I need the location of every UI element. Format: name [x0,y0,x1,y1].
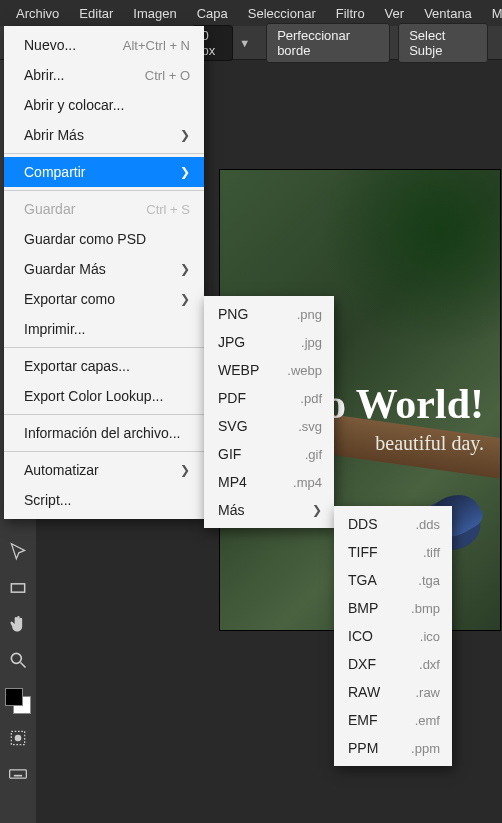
menu-item-shortcut: .tiff [423,545,440,560]
menu-item-label: Imprimir... [24,321,85,337]
file-menu-item[interactable]: Imprimir... [4,314,204,344]
file-menu-item[interactable]: Nuevo...Alt+Ctrl + N [4,30,204,60]
submenu-arrow-icon: ❯ [180,463,190,477]
menu-item-shortcut: .dds [415,517,440,532]
menu-item-label: GIF [218,446,241,462]
menu-item-label: ICO [348,628,373,644]
menu-item-shortcut: Ctrl + O [145,68,190,83]
export-menu-item[interactable]: PDF.pdf [204,384,334,412]
select-subject-button[interactable]: Select Subje [398,23,488,63]
svg-point-1 [11,653,21,663]
menu-archivo[interactable]: Archivo [6,2,69,25]
menu-item-label: Guardar [24,201,75,217]
submenu-arrow-icon: ❯ [180,128,190,142]
menu-item-label: Guardar como PSD [24,231,146,247]
menu-mas[interactable]: Más [482,2,502,25]
zoom-tool-icon[interactable] [6,648,30,672]
more-menu-item[interactable]: DXF.dxf [334,650,452,678]
menu-ventana[interactable]: Ventana [414,2,482,25]
dropdown-triangle-icon[interactable]: ▼ [239,37,250,49]
more-menu-item[interactable]: ICO.ico [334,622,452,650]
file-menu-item: GuardarCtrl + S [4,194,204,224]
menu-item-label: MP4 [218,474,247,490]
menu-item-label: PDF [218,390,246,406]
file-menu-item[interactable]: Compartir❯ [4,157,204,187]
file-menu-item[interactable]: Exportar como❯ [4,284,204,314]
file-menu-item[interactable]: Automatizar❯ [4,455,204,485]
menu-item-label: Compartir [24,164,85,180]
menu-item-shortcut: .dxf [419,657,440,672]
menu-item-label: PNG [218,306,248,322]
refine-edge-button[interactable]: Perfeccionar borde [266,23,390,63]
menu-item-label: Abrir y colocar... [24,97,124,113]
menu-item-label: SVG [218,418,248,434]
menu-item-shortcut: .gif [305,447,322,462]
file-menu-separator [4,153,204,154]
file-menu-separator [4,451,204,452]
menu-item-label: Script... [24,492,71,508]
menu-filtro[interactable]: Filtro [326,2,375,25]
menu-item-label: Guardar Más [24,261,106,277]
menu-item-label: Más [218,502,244,518]
export-menu-item[interactable]: GIF.gif [204,440,334,468]
menu-item-label: Información del archivo... [24,425,180,441]
file-menu-separator [4,190,204,191]
menu-item-label: Nuevo... [24,37,76,53]
svg-rect-5 [10,770,27,778]
more-menu-item[interactable]: DDS.dds [334,510,452,538]
menu-imagen[interactable]: Imagen [123,2,186,25]
menu-item-shortcut: .svg [298,419,322,434]
menu-item-label: Exportar como [24,291,115,307]
menu-item-shortcut: .jpg [301,335,322,350]
file-menu-item[interactable]: Guardar Más❯ [4,254,204,284]
file-menu-item[interactable]: Export Color Lookup... [4,381,204,411]
submenu-arrow-icon: ❯ [180,262,190,276]
export-menu-item[interactable]: Más❯ [204,496,334,524]
rectangle-tool-icon[interactable] [6,576,30,600]
submenu-arrow-icon: ❯ [312,503,322,517]
color-swatches[interactable] [5,688,31,714]
menu-ver[interactable]: Ver [375,2,415,25]
more-menu-item[interactable]: PPM.ppm [334,734,452,762]
file-menu-item[interactable]: Información del archivo... [4,418,204,448]
more-menu-item[interactable]: EMF.emf [334,706,452,734]
menu-capa[interactable]: Capa [187,2,238,25]
file-menu-item[interactable]: Abrir...Ctrl + O [4,60,204,90]
menu-item-shortcut: .pdf [300,391,322,406]
menu-item-label: Exportar capas... [24,358,130,374]
menu-item-shortcut: .mp4 [293,475,322,490]
file-menu-item[interactable]: Guardar como PSD [4,224,204,254]
svg-point-4 [15,735,22,742]
more-menu-item[interactable]: RAW.raw [334,678,452,706]
menu-item-label: RAW [348,684,380,700]
export-menu-item[interactable]: MP4.mp4 [204,468,334,496]
more-menu-item[interactable]: TIFF.tiff [334,538,452,566]
export-menu-item[interactable]: SVG.svg [204,412,334,440]
export-menu-item[interactable]: WEBP.webp [204,356,334,384]
file-menu-item[interactable]: Exportar capas... [4,351,204,381]
menu-item-shortcut: .tga [418,573,440,588]
menu-editar[interactable]: Editar [69,2,123,25]
svg-line-2 [21,663,26,668]
submenu-arrow-icon: ❯ [180,165,190,179]
file-menu-item[interactable]: Abrir Más❯ [4,120,204,150]
canvas-subtitle: beautiful day. [375,432,484,455]
quick-mask-icon[interactable] [6,726,30,750]
more-menu-item[interactable]: TGA.tga [334,566,452,594]
export-menu-item[interactable]: PNG.png [204,300,334,328]
export-menu-item[interactable]: JPG.jpg [204,328,334,356]
file-menu-item[interactable]: Script... [4,485,204,515]
menu-item-shortcut: .bmp [411,601,440,616]
hand-tool-icon[interactable] [6,612,30,636]
svg-rect-0 [11,584,24,592]
path-select-tool-icon[interactable] [6,540,30,564]
file-menu-item[interactable]: Abrir y colocar... [4,90,204,120]
menu-item-label: Abrir... [24,67,64,83]
more-menu-item[interactable]: BMP.bmp [334,594,452,622]
menu-item-shortcut: .png [297,307,322,322]
keyboard-icon[interactable] [6,762,30,786]
export-more-submenu: DDS.ddsTIFF.tiffTGA.tgaBMP.bmpICO.icoDXF… [334,506,452,766]
menu-seleccionar[interactable]: Seleccionar [238,2,326,25]
menu-item-label: TGA [348,572,377,588]
menu-item-label: DDS [348,516,378,532]
